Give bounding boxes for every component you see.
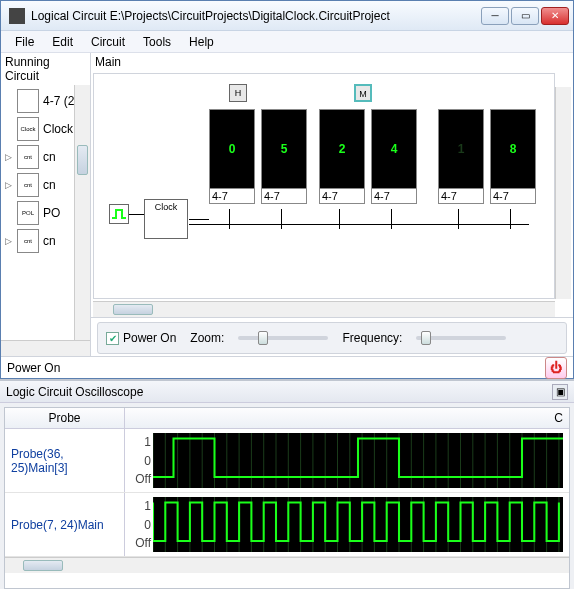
minimize-button[interactable]: ─: [481, 7, 509, 25]
seven-seg-display: 24-7: [319, 109, 365, 204]
circuit-tree[interactable]: 4-7 (2 ClockClock ▷cntcn ▷cntcn POLPO ▷c…: [1, 85, 90, 340]
seven-seg-display: 04-7: [209, 109, 255, 204]
pulse-source[interactable]: [109, 204, 129, 224]
canvas-hscrollbar[interactable]: [93, 301, 555, 317]
probe-name[interactable]: Probe(36, 25)Main[3]: [5, 429, 125, 492]
sidebar-vscrollbar[interactable]: [74, 85, 90, 340]
expander-icon[interactable]: ▷: [3, 152, 13, 162]
titlebar: Logical Circuit E:\Projects\CircuitProje…: [1, 1, 573, 31]
h-button[interactable]: H: [229, 84, 247, 102]
probe-name[interactable]: Probe(7, 24)Main: [5, 493, 125, 556]
frequency-label: Frequency:: [342, 331, 402, 345]
control-bar: ✔ Power On Zoom: Frequency:: [97, 322, 567, 354]
probe-column-header[interactable]: Probe: [5, 408, 125, 428]
waveform: 10Off: [153, 433, 563, 488]
statusbar: Power On ⏻: [1, 356, 573, 378]
menu-edit[interactable]: Edit: [44, 33, 81, 51]
menu-tools[interactable]: Tools: [135, 33, 179, 51]
checkbox-icon: ✔: [106, 332, 119, 345]
seven-seg-display: 84-7: [490, 109, 536, 204]
app-icon: [9, 8, 25, 24]
oscilloscope-title: Logic Circuit Oscilloscope: [6, 385, 143, 399]
m-button[interactable]: M: [354, 84, 372, 102]
zoom-slider[interactable]: [238, 336, 328, 340]
window-title: Logical Circuit E:\Projects\CircuitProje…: [31, 9, 481, 23]
value-column-header[interactable]: C: [125, 408, 569, 428]
oscilloscope-row: Probe(36, 25)Main[3] 10Off: [5, 429, 569, 493]
menu-file[interactable]: File: [7, 33, 42, 51]
oscilloscope-row: Probe(7, 24)Main 10Off: [5, 493, 569, 557]
oscilloscope-header: Probe C: [5, 408, 569, 429]
seven-seg-display: 44-7: [371, 109, 417, 204]
waveform: 10Off: [153, 497, 563, 552]
menubar: File Edit Circuit Tools Help: [1, 31, 573, 53]
component-icon: cnt: [17, 145, 39, 169]
component-icon: POL: [17, 201, 39, 225]
expander-icon[interactable]: ▷: [3, 180, 13, 190]
status-text: Power On: [7, 361, 60, 375]
expander-icon[interactable]: ▷: [3, 236, 13, 246]
circuit-canvas[interactable]: H M Clock 04-7 54-7 24-7 44-7 14-7 84-7: [93, 73, 555, 299]
menu-help[interactable]: Help: [181, 33, 222, 51]
frequency-slider[interactable]: [416, 336, 506, 340]
main-header: Main: [91, 53, 573, 71]
menu-circuit[interactable]: Circuit: [83, 33, 133, 51]
component-icon: cnt: [17, 229, 39, 253]
sidebar: Running Circuit 4-7 (2 ClockClock ▷cntcn…: [1, 53, 91, 356]
zoom-label: Zoom:: [190, 331, 224, 345]
sidebar-header: Running Circuit: [1, 53, 90, 85]
power-button[interactable]: ⏻: [545, 357, 567, 379]
sidebar-hscrollbar[interactable]: [1, 340, 90, 356]
component-icon: [17, 89, 39, 113]
clock-chip[interactable]: Clock: [144, 199, 188, 239]
power-checkbox[interactable]: ✔ Power On: [106, 331, 176, 345]
maximize-button[interactable]: ▭: [511, 7, 539, 25]
canvas-vscrollbar[interactable]: [555, 87, 571, 299]
close-button[interactable]: ✕: [541, 7, 569, 25]
seven-seg-display: 14-7: [438, 109, 484, 204]
seven-seg-display: 54-7: [261, 109, 307, 204]
component-icon: Clock: [17, 117, 39, 141]
oscilloscope-close-button[interactable]: ▣: [552, 384, 568, 400]
oscilloscope-hscrollbar[interactable]: [5, 557, 569, 573]
component-icon: cnt: [17, 173, 39, 197]
oscilloscope-panel: Logic Circuit Oscilloscope ▣ Probe C Pro…: [0, 379, 574, 589]
